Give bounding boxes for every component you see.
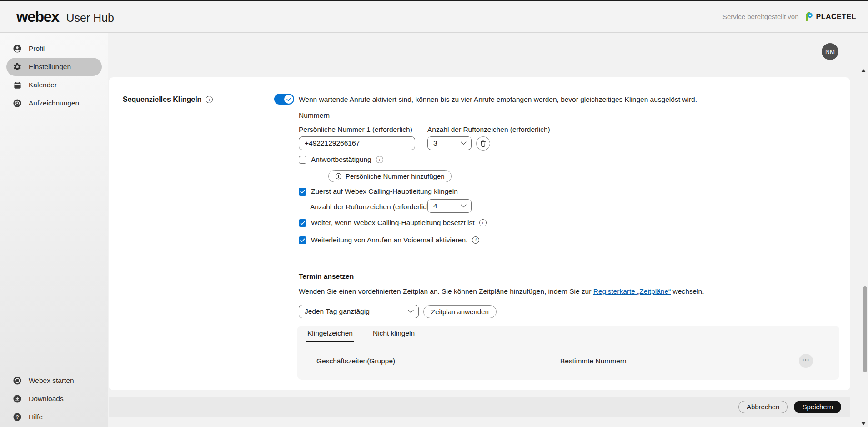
settings-card: Sequenzielles Klingeln i Wenn wartende A… [109, 77, 850, 390]
info-icon[interactable]: i [479, 219, 487, 226]
sidebar-nav: Profil Einstellungen Kalender Aufzeichnu… [0, 40, 108, 112]
ring-count-select[interactable]: 3 [427, 136, 472, 150]
continue-when-busy-label: Weiter, wenn Webex Calling-Hauptleitung … [311, 219, 475, 227]
ring-count-2-label: Anzahl der Ruftonzeichen (erforderlich) [310, 203, 433, 211]
sidebar-footer-nav: Webex starten Downloads ? Hilfe [0, 372, 108, 426]
sidebar-item-label: Aufzeichnungen [29, 99, 79, 107]
info-icon[interactable]: i [472, 236, 479, 244]
ring-count-2-value: 4 [433, 202, 437, 210]
add-personal-number-label: Persönliche Nummer hinzufügen [346, 172, 445, 180]
app-title: User Hub [66, 11, 114, 25]
ring-count-2-select[interactable]: 4 [427, 199, 472, 213]
ring-count-value: 3 [433, 139, 437, 147]
scrollbar-thumb[interactable] [863, 286, 867, 372]
chevron-down-icon [408, 310, 414, 313]
ring-count-label: Anzahl der Ruftonzeichen (erforderlich) [427, 126, 550, 134]
webex-launch-icon [13, 376, 22, 385]
sidebar-item-label: Einstellungen [29, 63, 71, 71]
personal-number-input[interactable] [299, 136, 415, 150]
chevron-down-icon [461, 141, 467, 145]
sidebar-item-label: Downloads [29, 395, 64, 403]
save-button[interactable]: Speichern [794, 401, 841, 413]
help-icon: ? [13, 412, 22, 422]
sidebar-item-hilfe[interactable]: ? Hilfe [6, 408, 102, 426]
schedule-tabs: Klingelzeichen Nicht klingeln [297, 326, 839, 342]
chevron-down-icon [461, 204, 467, 208]
schedule-select-value: Jeden Tag ganztägig [305, 307, 370, 316]
window-top-edge [0, 0, 868, 1]
schedule-select[interactable]: Jeden Tag ganztägig [299, 305, 419, 318]
continue-when-busy-checkbox[interactable] [299, 219, 306, 227]
sidebar-item-kalender[interactable]: Kalender [6, 76, 102, 94]
schedule-row-name: Geschäftszeiten(Gruppe) [316, 357, 560, 365]
add-personal-number-button[interactable]: Persönliche Nummer hinzufügen [328, 170, 452, 182]
delete-number-button[interactable] [476, 136, 490, 151]
apply-schedule-button[interactable]: Zeitplan anwenden [423, 305, 497, 318]
voicemail-forwarding-checkbox[interactable] [299, 236, 306, 244]
trash-icon [480, 140, 487, 147]
schedule-panel: Klingelzeichen Nicht klingeln Geschäftsz… [297, 326, 839, 380]
placetel-mark-icon [804, 12, 814, 21]
sidebar-item-einstellungen[interactable]: Einstellungen [6, 58, 102, 76]
action-bar: Abbrechen Speichern [109, 397, 850, 417]
placetel-wordmark: PLACETEL [816, 13, 856, 21]
check-icon [286, 97, 291, 101]
sidebar-item-downloads[interactable]: Downloads [6, 390, 102, 408]
gear-icon [13, 62, 22, 71]
tab-klingelzeichen[interactable]: Klingelzeichen [307, 329, 353, 342]
scrollbar-down-arrow[interactable] [861, 422, 866, 425]
info-icon[interactable]: i [376, 156, 383, 163]
answer-confirmation-checkbox[interactable] [299, 156, 306, 164]
download-icon [13, 394, 22, 403]
sidebar-item-profil[interactable]: Profil [6, 40, 102, 58]
schedules-tab-link[interactable]: Registerkarte „Zeitpläne“ [593, 287, 671, 295]
avatar[interactable]: NM [822, 43, 838, 60]
personal-number-label: Persönliche Nummer 1 (erforderlich) [299, 126, 412, 134]
section-divider [299, 256, 837, 256]
recordings-icon [13, 99, 22, 108]
schedule-row: Geschäftszeiten(Gruppe) Bestimmte Nummer… [297, 342, 839, 379]
more-options-button[interactable]: ••• [799, 354, 813, 368]
sidebar-item-label: Hilfe [29, 413, 43, 421]
section-title: Sequenzielles Klingeln [123, 95, 201, 104]
check-icon [300, 190, 305, 194]
answer-confirmation-label: Antwortbestätigung [311, 156, 371, 164]
toggle-knob [284, 95, 293, 104]
svg-text:?: ? [15, 414, 19, 420]
info-icon[interactable]: i [206, 96, 213, 103]
check-icon [300, 221, 305, 225]
sidebar-item-label: Profil [29, 45, 45, 53]
tab-nicht-klingeln[interactable]: Nicht klingeln [373, 329, 415, 342]
ring-main-first-checkbox[interactable] [299, 188, 306, 196]
calendar-icon [13, 80, 22, 90]
numbers-heading: Nummern [299, 111, 330, 120]
schedule-title: Termin ansetzen [299, 272, 354, 281]
profile-icon [13, 44, 22, 53]
schedule-desc-suffix: wechseln. [671, 287, 704, 295]
schedule-description: Wenden Sie einen vordefinierten Zeitplan… [299, 287, 704, 296]
cancel-button[interactable]: Abbrechen [738, 401, 788, 413]
plus-circle-icon [335, 173, 342, 180]
check-icon [300, 238, 305, 242]
app-header: webex User Hub Service bereitgestellt vo… [0, 1, 868, 33]
sidebar-item-label: Kalender [29, 81, 57, 89]
sidebar-item-aufzeichnungen[interactable]: Aufzeichnungen [6, 94, 102, 112]
schedule-row-value: Bestimmte Nummern [560, 357, 799, 365]
service-provided-label: Service bereitgestellt von [722, 13, 799, 20]
sidebar-item-label: Webex starten [29, 377, 74, 385]
ring-main-first-label: Zuerst auf Webex Calling-Hauptleitung kl… [311, 187, 458, 196]
webex-logo: webex [16, 8, 59, 25]
sidebar: Profil Einstellungen Kalender Aufzeichnu… [0, 33, 108, 427]
section-description: Wenn wartende Anrufe aktiviert sind, kön… [299, 95, 697, 104]
schedule-desc-prefix: Wenden Sie einen vordefinierten Zeitplan… [299, 287, 593, 295]
sidebar-item-webex-starten[interactable]: Webex starten [6, 372, 102, 390]
voicemail-forwarding-label: Weiterleitung von Anrufen an Voicemail a… [311, 236, 467, 244]
scrollbar-up-arrow[interactable] [861, 69, 866, 72]
placetel-logo: PLACETEL [804, 12, 856, 21]
sequential-ring-toggle[interactable] [274, 94, 294, 105]
home-link[interactable]: webex User Hub [16, 8, 114, 25]
